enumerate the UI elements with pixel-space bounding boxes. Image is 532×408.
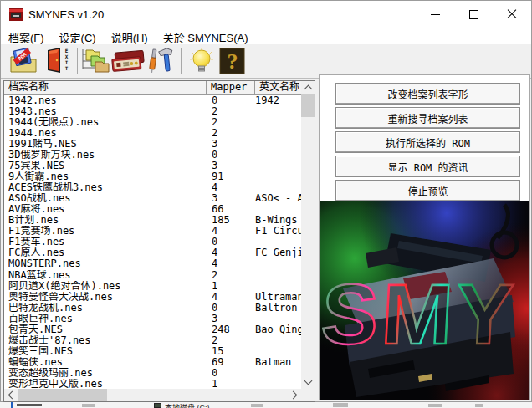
rom-filename: 1944.nes — [4, 128, 207, 139]
rom-filename: 爆笑三国.NES — [4, 346, 207, 357]
stop-preview-button[interactable]: 停止预览 — [335, 180, 520, 201]
close-button[interactable] — [493, 1, 531, 28]
rom-filename: AV麻将.nes — [4, 204, 207, 215]
list-item[interactable]: 变态超级玛丽.nes 0 — [4, 368, 301, 379]
rom-mapper: 2 — [207, 270, 255, 281]
list-item[interactable]: ACES铁鹰战机3.nes 4 — [4, 182, 301, 193]
ui-fragment — [428, 404, 442, 407]
list-item[interactable]: AV麻将.nes 66 — [4, 204, 301, 215]
rom-english-name — [255, 281, 301, 292]
rom-filename: 1943.nes — [4, 106, 207, 117]
rom-mapper: 2 — [207, 128, 255, 139]
scroll-right-button[interactable] — [288, 389, 301, 401]
column-header-filename[interactable]: 档案名称 — [4, 81, 207, 94]
famicom-icon[interactable] — [110, 48, 146, 74]
rom-filename: B计划.nes — [4, 215, 207, 226]
list-item[interactable]: 变形坦克中文版.nes 1 — [4, 379, 301, 389]
list-item[interactable]: 奥特曼怪兽大决战.nes 4 Ultraman — [4, 292, 301, 303]
chevron-up-icon — [304, 85, 312, 94]
rom-mapper: 1 — [207, 281, 255, 292]
list-item[interactable]: 1943.nes 2 — [4, 106, 301, 117]
list-item[interactable]: 包青天.NES 248 Bao Qing — [4, 324, 301, 335]
ui-fragment — [333, 403, 348, 407]
list-item[interactable]: 1944(无限点).nes 2 — [4, 117, 301, 128]
minimize-button[interactable] — [416, 1, 454, 28]
minimize-icon — [431, 14, 440, 15]
rescan-list-button[interactable]: 重新搜寻档案列表 — [335, 107, 520, 129]
scroll-up-button[interactable] — [301, 81, 315, 94]
column-header-mapper[interactable]: Mapper — [207, 81, 255, 94]
maximize-icon — [469, 10, 478, 19]
rom-english-name — [255, 171, 301, 182]
rom-mapper: 1 — [207, 379, 255, 389]
rom-english-name — [255, 117, 301, 128]
list-item[interactable]: 1944.nes 2 — [4, 128, 301, 139]
rom-english-name — [255, 139, 301, 150]
ui-fragment — [251, 404, 263, 407]
file-list-icon[interactable] — [81, 48, 110, 74]
list-item[interactable]: 巴特龙战机.nes 0 Baltron — [4, 303, 301, 314]
window-title: SMYNES v1.20 — [28, 8, 104, 21]
app-icon — [9, 8, 23, 21]
list-item[interactable]: 9人街霸.nes 91 — [4, 171, 301, 182]
title-bar[interactable]: SMYNES v1.20 — [1, 1, 531, 28]
exit-icon[interactable]: EXIT — [43, 48, 75, 74]
rom-mapper: 3 — [207, 161, 255, 171]
exit-door-icon — [43, 48, 64, 74]
chevron-down-icon — [304, 377, 312, 385]
preview-bulb-icon[interactable] — [187, 48, 217, 74]
list-item[interactable]: MONSTERP.nes 4 — [4, 258, 301, 269]
list-header: 档案名称 Mapper 英文名称 — [4, 81, 315, 95]
list-item[interactable]: FC原人.nes 4 FC Genjin — [4, 247, 301, 258]
smynes-window: SMYNES v1.20 档案(F)设定(C)说明(H)关於 SMYNES(A)… — [0, 0, 532, 402]
list-item[interactable]: B计划.nes 185 B-Wings — [4, 215, 301, 226]
list-item[interactable]: F1赛车.nes 0 — [4, 237, 301, 247]
rom-info-button[interactable]: 显示 ROM 的资讯 — [335, 156, 520, 177]
list-item[interactable]: 百眼巨神.nes 3 — [4, 314, 301, 324]
change-font-button[interactable]: 改变档案列表字形 — [335, 83, 520, 105]
list-item[interactable]: NBA篮球.nes 2 — [4, 270, 301, 281]
rom-mapper: 0 — [207, 368, 255, 379]
tools-icon[interactable] — [145, 48, 175, 74]
run-rom-button[interactable]: 执行所选择的 ROM — [335, 131, 520, 153]
ui-fragment — [475, 404, 483, 407]
rom-mapper: 3 — [207, 193, 255, 204]
rom-mapper: 4 — [207, 226, 255, 237]
rom-mapper: 2 — [207, 106, 255, 117]
maximize-button[interactable] — [454, 1, 493, 28]
close-icon — [507, 9, 517, 19]
list-item[interactable]: 爆笑三国.NES 15 — [4, 346, 301, 357]
scroll-down-button[interactable] — [301, 375, 315, 389]
list-item[interactable]: F1竞赛场.nes 4 F1 Circus — [4, 226, 301, 237]
rom-english-name — [255, 346, 301, 357]
list-item[interactable]: ASO战机.nes 3 ASO< - Ar — [4, 193, 301, 204]
open-rom-icon[interactable]: ROM — [8, 48, 38, 74]
text-fragment — [17, 404, 42, 406]
rom-filename: ASO战机.nes — [4, 193, 207, 204]
list-item[interactable]: 75宾果.NES 3 — [4, 161, 301, 171]
horizontal-scrollbar[interactable] — [4, 389, 301, 401]
toolbar: ROM EXIT — [1, 44, 531, 79]
vertical-scrollbar[interactable] — [301, 81, 315, 389]
scroll-left-button[interactable] — [4, 389, 18, 401]
rom-english-name: Batman — [255, 357, 301, 368]
rom-filename: 包青天.NES — [4, 324, 207, 335]
list-item[interactable]: 蝙蝠侠.nes 69 Batman — [4, 357, 301, 368]
rom-english-name — [255, 150, 301, 161]
vertical-scroll-thumb[interactable] — [301, 94, 315, 117]
rom-filename: 阿贝道X(绝对合体).nes — [4, 281, 207, 292]
list-item[interactable]: 1991赌马.NES 3 — [4, 139, 301, 150]
toolbar-separator — [181, 48, 182, 74]
rom-english-name — [255, 128, 301, 139]
list-item[interactable]: 爆击战士'87.nes 2 — [4, 335, 301, 346]
rom-filename: 1991赌马.NES — [4, 139, 207, 150]
menu-bar: 档案(F)设定(C)说明(H)关於 SMYNES(A) — [1, 28, 531, 44]
list-item[interactable]: 阿贝道X(绝对合体).nes 1 — [4, 281, 301, 292]
rom-list: 档案名称 Mapper 英文名称 1942.nes 0 1942 1943.ne… — [3, 80, 315, 402]
about-question-icon[interactable]: ? — [218, 48, 247, 74]
horizontal-scroll-thumb[interactable] — [18, 389, 107, 401]
list-item[interactable]: 3D俄罗斯方块.nes 0 — [4, 150, 301, 161]
rom-filename: ACES铁鹰战机3.nes — [4, 182, 207, 193]
list-item[interactable]: 1942.nes 0 1942 — [4, 95, 301, 106]
rom-english-name — [255, 182, 301, 193]
